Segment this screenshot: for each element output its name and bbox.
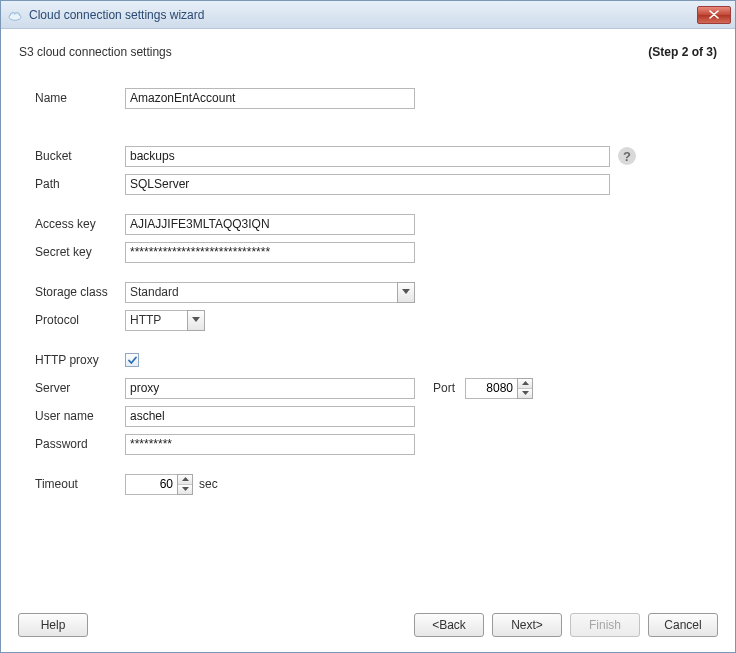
timeout-step-down[interactable] xyxy=(178,485,192,494)
path-input[interactable] xyxy=(125,174,610,195)
port-step-up[interactable] xyxy=(518,379,532,389)
port-block: Port xyxy=(433,378,533,399)
titlebar: Cloud connection settings wizard xyxy=(1,1,735,29)
access-key-label: Access key xyxy=(35,217,125,231)
chevron-down-icon xyxy=(182,487,189,491)
http-proxy-label: HTTP proxy xyxy=(35,353,125,367)
password-input[interactable] xyxy=(125,434,415,455)
finish-button[interactable]: Finish xyxy=(570,613,640,637)
close-button[interactable] xyxy=(697,6,731,24)
wizard-subtitle: S3 cloud connection settings xyxy=(19,45,172,59)
http-proxy-checkbox[interactable] xyxy=(125,353,139,367)
storage-class-dropdown[interactable]: Standard xyxy=(125,282,415,303)
user-name-label: User name xyxy=(35,409,125,423)
secret-key-label: Secret key xyxy=(35,245,125,259)
protocol-dropdown[interactable]: HTTP xyxy=(125,310,205,331)
help-button[interactable]: Help xyxy=(18,613,88,637)
protocol-toggle[interactable] xyxy=(187,310,205,331)
access-key-input[interactable] xyxy=(125,214,415,235)
name-input[interactable] xyxy=(125,88,415,109)
timeout-input[interactable] xyxy=(125,474,177,495)
close-icon xyxy=(709,10,719,19)
port-input[interactable] xyxy=(465,378,517,399)
check-icon xyxy=(127,355,138,366)
bucket-help-icon[interactable]: ? xyxy=(618,147,636,165)
wizard-step: (Step 2 of 3) xyxy=(648,45,717,59)
port-label: Port xyxy=(433,381,455,395)
wizard-header: S3 cloud connection settings (Step 2 of … xyxy=(1,29,735,71)
chevron-down-icon xyxy=(192,317,200,323)
cloud-icon xyxy=(7,7,23,23)
next-button[interactable]: Next> xyxy=(492,613,562,637)
user-name-input[interactable] xyxy=(125,406,415,427)
path-label: Path xyxy=(35,177,125,191)
chevron-down-icon xyxy=(402,289,410,295)
timeout-label: Timeout xyxy=(35,477,125,491)
cancel-button[interactable]: Cancel xyxy=(648,613,718,637)
window-body: S3 cloud connection settings (Step 2 of … xyxy=(1,29,735,652)
password-label: Password xyxy=(35,437,125,451)
timeout-step-up[interactable] xyxy=(178,475,192,485)
wizard-footer: Help <Back Next> Finish Cancel xyxy=(2,601,734,651)
chevron-up-icon xyxy=(522,381,529,385)
storage-class-toggle[interactable] xyxy=(397,282,415,303)
bucket-input[interactable] xyxy=(125,146,610,167)
form-area: Name Bucket ? Path Access key Secret key… xyxy=(1,71,735,511)
protocol-value: HTTP xyxy=(125,310,187,331)
port-step-down[interactable] xyxy=(518,389,532,398)
svg-point-3 xyxy=(10,14,21,19)
storage-class-label: Storage class xyxy=(35,285,125,299)
server-label: Server xyxy=(35,381,125,395)
window-title: Cloud connection settings wizard xyxy=(29,8,697,22)
secret-key-input[interactable] xyxy=(125,242,415,263)
timeout-spinner[interactable] xyxy=(125,474,193,495)
timeout-unit: sec xyxy=(199,477,218,491)
name-label: Name xyxy=(35,91,125,105)
protocol-label: Protocol xyxy=(35,313,125,327)
chevron-down-icon xyxy=(522,391,529,395)
back-button[interactable]: <Back xyxy=(414,613,484,637)
chevron-up-icon xyxy=(182,477,189,481)
server-input[interactable] xyxy=(125,378,415,399)
bucket-label: Bucket xyxy=(35,149,125,163)
port-spinner[interactable] xyxy=(465,378,533,399)
storage-class-value: Standard xyxy=(125,282,397,303)
